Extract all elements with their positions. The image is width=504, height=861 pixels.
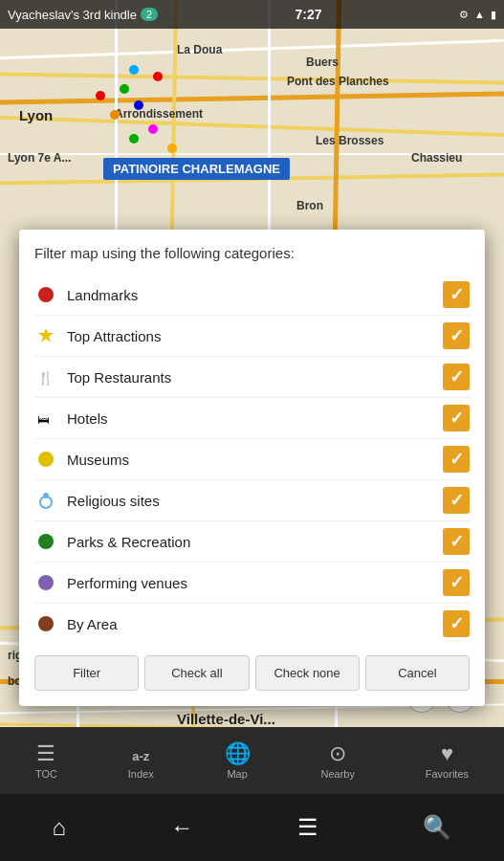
svg-point-0 — [38, 287, 54, 302]
category-name: Performing venues — [67, 575, 443, 591]
notification-badge: 2 — [141, 8, 158, 21]
nav-label-toc: TOC — [35, 768, 57, 780]
category-checkbox[interactable]: ✓ — [443, 569, 470, 596]
settings-icon: ⚙ — [459, 9, 469, 21]
filter-modal: Filter map using the following categorie… — [19, 230, 485, 706]
check-all-button[interactable]: Check all — [144, 655, 249, 691]
map-pin — [148, 124, 158, 134]
category-checkbox[interactable]: ✓ — [443, 322, 470, 349]
modal-button-row: Filter Check all Check none Cancel — [34, 655, 470, 691]
search-button[interactable]: 🔍 — [404, 805, 471, 850]
category-icon — [34, 324, 57, 347]
category-checkbox[interactable]: ✓ — [443, 281, 470, 308]
nav-icon-index: a-z — [132, 741, 149, 766]
map-pin — [167, 144, 177, 153]
category-checkbox[interactable]: ✓ — [443, 405, 470, 431]
map-label-brosses: Les Brosses — [316, 134, 383, 147]
category-item[interactable]: 🍴Top Restaurants✓ — [34, 357, 470, 398]
category-item[interactable]: By Area✓ — [34, 604, 470, 644]
category-item[interactable]: Landmarks✓ — [34, 275, 470, 316]
nav-label-nearby: Nearby — [320, 768, 354, 780]
svg-point-7 — [38, 534, 54, 549]
nav-icon-map: 🌐 — [225, 741, 251, 766]
check-none-button[interactable]: Check none — [255, 655, 360, 691]
category-icon — [34, 530, 57, 553]
category-list: Landmarks✓Top Attractions✓🍴Top Restauran… — [34, 275, 470, 644]
category-checkbox[interactable]: ✓ — [443, 487, 470, 514]
wifi-icon: ▲ — [474, 9, 485, 20]
nav-item-favorites[interactable]: ♥Favorites — [426, 741, 469, 780]
map-label-bron: Bron — [296, 199, 323, 212]
category-item[interactable]: Performing venues✓ — [34, 563, 470, 604]
status-left: Vyacheslav's 3rd kindle 2 — [8, 8, 158, 22]
nav-icon-nearby: ⊙ — [329, 741, 346, 766]
category-name: Parks & Recreation — [67, 534, 443, 550]
svg-marker-1 — [38, 328, 54, 342]
category-checkbox[interactable]: ✓ — [443, 528, 470, 555]
menu-button[interactable]: ☰ — [278, 805, 338, 850]
nav-item-index[interactable]: a-zIndex — [128, 741, 154, 780]
status-time: 7:27 — [296, 7, 322, 22]
category-name: By Area — [67, 616, 443, 632]
map-label-arrond: Arrondissement — [115, 107, 203, 121]
nav-label-index: Index — [128, 768, 154, 780]
category-item[interactable]: Religious sites✓ — [34, 480, 470, 521]
category-checkbox[interactable]: ✓ — [443, 446, 470, 473]
nav-item-toc[interactable]: ☰TOC — [35, 741, 57, 780]
back-button[interactable]: ← — [151, 805, 212, 850]
category-checkbox[interactable]: ✓ — [443, 610, 470, 637]
category-icon — [34, 612, 57, 635]
home-button[interactable]: ⌂ — [33, 805, 86, 850]
bottom-nav: ☰TOCa-zIndex🌐Map⊙Nearby♥Favorites — [0, 727, 504, 794]
map-pin — [153, 72, 163, 81]
filter-button[interactable]: Filter — [34, 655, 139, 691]
map-pin — [120, 84, 129, 94]
cancel-button[interactable]: Cancel — [365, 655, 470, 691]
map-place-label: PATINOIRE CHARLEMAGNE — [103, 158, 290, 180]
category-icon: 🛏 — [34, 407, 57, 430]
category-name: Landmarks — [67, 287, 443, 303]
category-item[interactable]: Top Attractions✓ — [34, 316, 470, 357]
battery-icon: ▮ — [491, 9, 496, 21]
category-item[interactable]: Parks & Recreation✓ — [34, 521, 470, 563]
category-checkbox[interactable]: ✓ — [443, 364, 470, 390]
category-icon: 🍴 — [34, 365, 57, 388]
nav-label-favorites: Favorites — [426, 768, 469, 780]
modal-title: Filter map using the following categorie… — [34, 245, 470, 261]
map-pin — [129, 65, 139, 75]
svg-point-9 — [38, 616, 54, 631]
app-name: Vyacheslav's 3rd kindle — [8, 8, 137, 22]
category-name: Top Restaurants — [67, 369, 443, 386]
category-name: Religious sites — [67, 493, 443, 509]
svg-point-8 — [38, 575, 54, 590]
category-name: Hotels — [67, 410, 443, 427]
category-icon — [34, 283, 57, 306]
category-icon — [34, 489, 57, 512]
category-icon — [34, 571, 57, 594]
nav-item-nearby[interactable]: ⊙Nearby — [320, 741, 354, 780]
category-item[interactable]: 🛏Hotels✓ — [34, 398, 470, 439]
map-label-buers: Buers — [306, 55, 339, 69]
nav-icon-toc: ☰ — [36, 741, 55, 766]
map-pin — [134, 100, 143, 110]
status-bar: Vyacheslav's 3rd kindle 2 7:27 ⚙ ▲ ▮ — [0, 0, 504, 29]
category-name: Top Attractions — [67, 328, 443, 344]
svg-text:🛏: 🛏 — [37, 412, 50, 427]
svg-point-4 — [38, 452, 54, 467]
nav-item-map[interactable]: 🌐Map — [225, 741, 251, 780]
map-pin — [110, 110, 120, 120]
nav-icon-favorites: ♥ — [441, 741, 453, 766]
action-bar: ⌂←☰🔍 — [0, 794, 504, 861]
map-pin — [96, 91, 105, 100]
map-pin — [129, 134, 139, 144]
status-right: ⚙ ▲ ▮ — [459, 9, 496, 21]
svg-text:🍴: 🍴 — [37, 370, 55, 386]
map-place-label-text: PATINOIRE CHARLEMAGNE — [113, 162, 280, 176]
category-icon — [34, 448, 57, 471]
nav-label-map: Map — [227, 768, 247, 780]
category-item[interactable]: Museums✓ — [34, 439, 470, 480]
category-name: Museums — [67, 452, 443, 468]
